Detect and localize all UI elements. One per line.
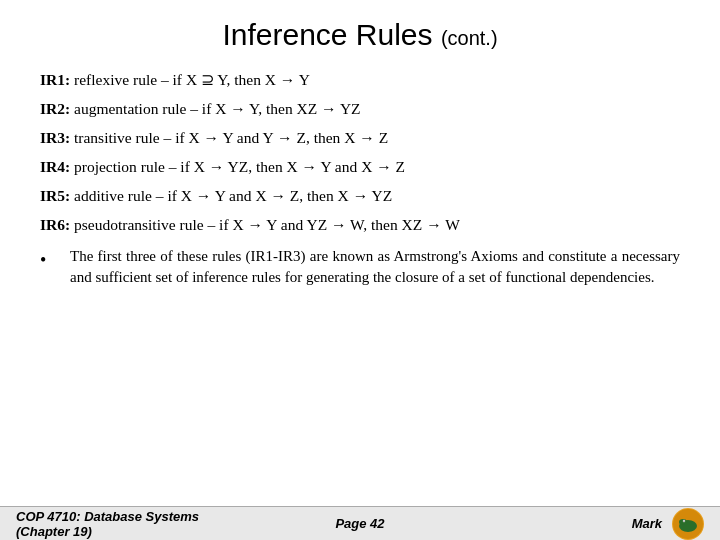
rule-ir1: IR1: reflexive rule – if X ⊇ Y, then X →… [40,70,680,91]
svg-point-4 [683,520,684,521]
slide-title: Inference Rules (cont.) [40,18,680,52]
rule-ir5: IR5: additive rule – if X → Y and X → Z,… [40,186,680,207]
slide: Inference Rules (cont.) IR1: reflexive r… [0,0,720,540]
rule-ir4: IR4: projection rule – if X → YZ, then X… [40,157,680,178]
gator-logo-icon [672,508,704,540]
bullet-dot: • [40,246,70,290]
bullet-text: The first three of these rules (IR1-IR3)… [70,246,680,290]
svg-point-2 [679,519,687,525]
rule-ir3: IR3: transitive rule – if X → Y and Y → … [40,128,680,149]
title-main: Inference Rules [222,18,432,51]
bullet-section: • The first three of these rules (IR1-IR… [40,246,680,290]
footer-course: COP 4710: Database Systems (Chapter 19) [16,509,245,539]
title-sub: (cont.) [441,27,498,49]
footer-right: Mark [475,508,704,540]
rule-ir6: IR6: pseudotransitive rule – if X → Y an… [40,215,680,236]
rule-ir2: IR2: augmentation rule – if X → Y, then … [40,99,680,120]
footer: COP 4710: Database Systems (Chapter 19) … [0,506,720,540]
footer-page: Page 42 [245,516,474,531]
footer-author: Mark [632,516,662,531]
